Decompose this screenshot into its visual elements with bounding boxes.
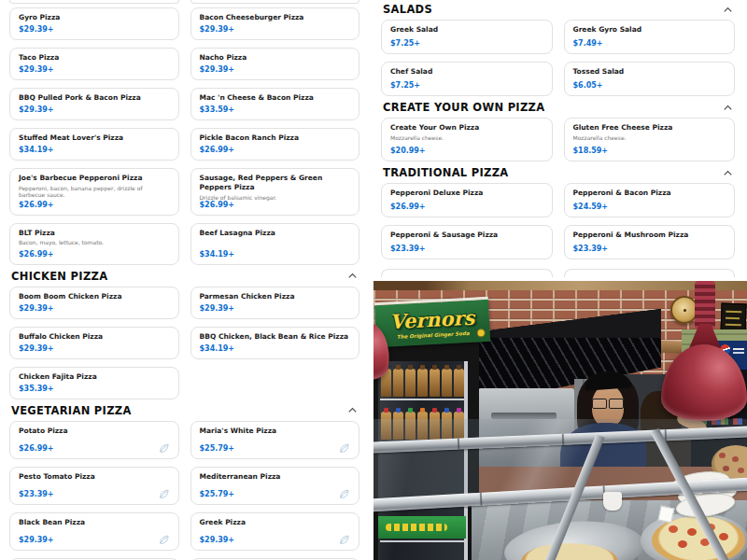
menu-item-card[interactable]: Stuffed Meat Lover's Pizza$34.19+ <box>9 128 179 161</box>
section-header[interactable]: TRADITIONAL PIZZA <box>383 167 733 178</box>
menu-item-card[interactable]: Taco Pizza$29.39+ <box>9 48 179 80</box>
menu-item-card[interactable]: Bacon Cheeseburger Pizza$29.39+ <box>190 7 360 40</box>
menu-item-price: $7.25+ <box>390 39 420 48</box>
menu-item-card[interactable]: BBQ Pulled Pork & Bacon Pizza$29.39+ <box>9 88 179 120</box>
menu-item-card[interactable]: Pepperoni & Mushroom Pizza$23.39+ <box>564 225 736 259</box>
vegetarian-leaf-icon <box>338 486 350 498</box>
menu-item-footer: $34.19+ <box>200 344 351 353</box>
menu-item-name: Mediterranean Pizza <box>200 472 351 482</box>
menu-item-footer: $29.39+ <box>19 25 170 34</box>
partial-card[interactable] <box>381 269 553 277</box>
menu-item-card[interactable]: Chef Salad$7.25+ <box>381 62 553 96</box>
menu-item-card[interactable]: Pepperoni & Sausage Pizza$23.39+ <box>381 225 553 259</box>
menu-item-footer: $26.99+ <box>200 201 351 209</box>
menu-page: Gyro Pizza$29.39+Bacon Cheeseburger Pizz… <box>0 0 747 560</box>
menu-item-card[interactable]: Pesto Tomato Pizza$23.39+ <box>9 467 179 505</box>
section-title: SALADS <box>383 3 432 16</box>
menu-item-card[interactable]: BBQ Chicken, Black Bean & Rice Pizza$34.… <box>190 327 360 359</box>
menu-item-price: $24.59+ <box>573 203 609 211</box>
partial-card[interactable] <box>9 0 179 4</box>
menu-item-card[interactable]: Sausage, Red Peppers & Green Peppers Piz… <box>190 168 360 216</box>
menu-item-footer: $26.99+ <box>390 203 543 211</box>
menu-item-description: Mozzarella cheese. <box>390 134 543 141</box>
menu-item-footer: $26.99+ <box>19 441 170 453</box>
menu-item-card[interactable]: Joe's Barbecue Pepperoni PizzaPepperoni,… <box>9 168 179 216</box>
menu-item-price: $26.99+ <box>19 201 54 209</box>
menu-item-price: $25.79+ <box>200 444 235 453</box>
menu-item-card[interactable]: Black Bean Pizza$29.39+ <box>9 512 179 551</box>
menu-item-card[interactable]: Beef Lasagna Pizza$34.19+ <box>190 223 360 265</box>
menu-item-card[interactable]: Greek Salad$7.25+ <box>381 20 553 54</box>
menu-item-name: Pepperoni & Mushroom Pizza <box>573 231 726 240</box>
menu-item-price: $33.59+ <box>200 105 235 114</box>
chevron-up-icon[interactable] <box>347 271 358 281</box>
menu-item-name: Greek Salad <box>390 25 543 35</box>
menu-item-card[interactable]: Greek Gyro Salad$7.49+ <box>564 20 736 54</box>
menu-item-price: $7.49+ <box>573 39 603 48</box>
menu-item-footer: $34.19+ <box>200 250 351 259</box>
menu-item-price: $25.79+ <box>200 490 235 498</box>
chevron-up-icon[interactable] <box>347 405 358 415</box>
menu-item-name: Mac 'n Cheese & Bacon Pizza <box>200 93 351 103</box>
menu-item-name: BBQ Pulled Pork & Bacon Pizza <box>19 93 170 103</box>
menu-item-card[interactable]: Mac 'n Cheese & Bacon Pizza$33.59+ <box>190 88 360 120</box>
partial-card[interactable] <box>564 269 736 277</box>
menu-item-footer: $29.39+ <box>200 65 351 74</box>
menu-item-name: Pepperoni & Sausage Pizza <box>390 231 543 240</box>
menu-item-card[interactable]: Nacho Pizza$29.39+ <box>190 48 360 80</box>
menu-item-card[interactable]: BLT PizzaBacon, mayo, lettuce, tomato.$2… <box>9 223 179 265</box>
menu-item-card[interactable]: Pepperoni Deluxe Pizza$26.99+ <box>381 183 553 217</box>
chevron-up-icon[interactable] <box>723 168 733 178</box>
menu-item-card[interactable]: Gluten Free Cheese PizzaMozzarella chees… <box>564 118 736 161</box>
menu-item-name: Black Bean Pizza <box>19 518 170 527</box>
menu-item-name: Maria's White Pizza <box>200 427 351 436</box>
menu-item-footer: $6.05+ <box>573 81 726 90</box>
partial-card-row-bottom <box>381 269 735 277</box>
partial-card[interactable] <box>190 0 360 4</box>
menu-item-name: Chicken Fajita Pizza <box>19 372 170 382</box>
menu-item-card[interactable]: Mediterranean Pizza$25.79+ <box>190 467 360 505</box>
menu-item-footer: $26.99+ <box>19 201 170 209</box>
section-header[interactable]: SALADS <box>383 4 733 15</box>
cooler-brand-band <box>378 516 466 539</box>
menu-item-card[interactable]: Pickle Bacon Ranch Pizza$26.99+ <box>190 128 360 161</box>
menu-item-price: $26.99+ <box>200 201 235 209</box>
menu-item-price: $7.25+ <box>390 81 420 90</box>
menu-item-name: Tossed Salad <box>573 67 726 77</box>
menu-item-name: Potato Pizza <box>19 427 170 436</box>
menu-item-footer: $29.39+ <box>19 304 170 313</box>
menu-item-name: Pesto Tomato Pizza <box>19 472 170 482</box>
vernors-sign-title: Vernors <box>389 307 475 331</box>
section-header[interactable]: CHICKEN PIZZA <box>11 271 358 282</box>
chevron-up-icon[interactable] <box>723 5 733 15</box>
menu-item-card[interactable]: Boom Boom Chicken Pizza$29.39+ <box>9 287 179 319</box>
menu-item-price: $29.39+ <box>200 304 235 313</box>
menu-item-card[interactable]: Tossed Salad$6.05+ <box>564 62 736 96</box>
menu-item-footer: $29.39+ <box>200 25 351 34</box>
section-header[interactable]: CREATE YOUR OWN PIZZA <box>383 102 733 113</box>
menu-item-card[interactable]: Chicken Fajita Pizza$35.39+ <box>9 367 179 399</box>
menu-item-card[interactable]: Pepperoni & Bacon Pizza$24.59+ <box>564 183 736 217</box>
menu-item-card[interactable]: Parmesan Chicken Pizza$29.39+ <box>190 287 360 319</box>
menu-item-card[interactable]: Gyro Pizza$29.39+ <box>9 7 179 40</box>
menu-card-grid: Pepperoni Deluxe Pizza$26.99+Pepperoni &… <box>381 183 735 259</box>
menu-item-card[interactable]: Greek Pizza$29.39+ <box>190 512 360 551</box>
chevron-up-icon[interactable] <box>723 103 733 113</box>
menu-item-name: Beef Lasagna Pizza <box>200 229 351 238</box>
menu-item-name: Taco Pizza <box>19 53 170 63</box>
section-header[interactable]: VEGETARIAN PIZZA <box>11 405 358 416</box>
menu-item-card[interactable]: Buffalo Chicken Pizza$29.39+ <box>9 327 179 359</box>
menu-item-card[interactable]: Maria's White Pizza$25.79+ <box>190 421 360 459</box>
menu-item-card[interactable]: Potato Pizza$26.99+ <box>9 421 179 459</box>
menu-item-price: $29.39+ <box>19 25 54 34</box>
menu-item-price: $23.39+ <box>19 490 54 498</box>
menu-item-price: $29.39+ <box>19 105 54 114</box>
menu-item-footer: $29.39+ <box>19 65 170 74</box>
menu-item-card[interactable]: Create Your Own PizzaMozzarella cheese.$… <box>381 118 553 161</box>
menu-item-price: $20.99+ <box>390 147 426 155</box>
heat-lamp-pole <box>695 281 715 329</box>
ramekin <box>603 492 622 511</box>
menu-panel-left[interactable]: Gyro Pizza$29.39+Bacon Cheeseburger Pizz… <box>0 0 374 560</box>
menu-item-price: $34.19+ <box>200 344 235 353</box>
vegetarian-leaf-icon <box>338 532 350 544</box>
